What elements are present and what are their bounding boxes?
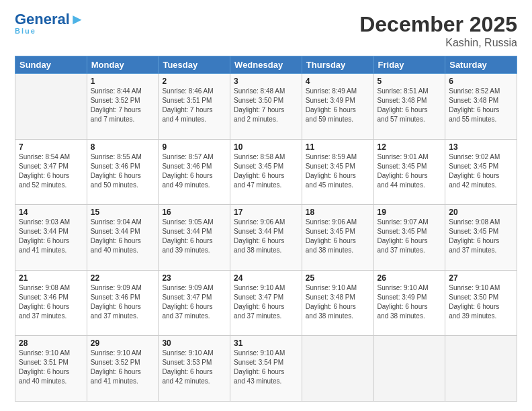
day-number: 2 bbox=[162, 77, 226, 86]
day-info: Sunrise: 8:52 AM Sunset: 3:48 PM Dayligh… bbox=[449, 87, 513, 124]
title-area: December 2025 Kashin, Russia bbox=[359, 12, 517, 49]
day-cell: 10Sunrise: 8:58 AM Sunset: 3:45 PM Dayli… bbox=[230, 139, 302, 205]
day-number: 16 bbox=[162, 208, 226, 217]
day-number: 30 bbox=[162, 338, 226, 348]
day-cell: 6Sunrise: 8:52 AM Sunset: 3:48 PM Daylig… bbox=[445, 74, 517, 140]
day-cell: 8Sunrise: 8:55 AM Sunset: 3:46 PM Daylig… bbox=[87, 139, 159, 205]
day-number: 1 bbox=[91, 77, 155, 86]
day-info: Sunrise: 9:06 AM Sunset: 3:45 PM Dayligh… bbox=[306, 218, 370, 255]
day-cell: 7Sunrise: 8:54 AM Sunset: 3:47 PM Daylig… bbox=[15, 139, 87, 205]
day-info: Sunrise: 9:08 AM Sunset: 3:45 PM Dayligh… bbox=[449, 218, 513, 255]
day-info: Sunrise: 9:05 AM Sunset: 3:44 PM Dayligh… bbox=[162, 218, 226, 255]
day-cell: 11Sunrise: 8:59 AM Sunset: 3:45 PM Dayli… bbox=[302, 139, 373, 205]
week-row-3: 14Sunrise: 9:03 AM Sunset: 3:44 PM Dayli… bbox=[15, 205, 517, 271]
day-cell: 30Sunrise: 9:10 AM Sunset: 3:53 PM Dayli… bbox=[159, 336, 230, 402]
day-info: Sunrise: 8:49 AM Sunset: 3:49 PM Dayligh… bbox=[306, 87, 370, 124]
day-info: Sunrise: 9:09 AM Sunset: 3:47 PM Dayligh… bbox=[162, 283, 226, 321]
day-cell: 27Sunrise: 9:10 AM Sunset: 3:50 PM Dayli… bbox=[445, 270, 517, 336]
day-cell: 28Sunrise: 9:10 AM Sunset: 3:51 PM Dayli… bbox=[15, 336, 87, 402]
day-number: 21 bbox=[19, 273, 83, 283]
day-cell: 3Sunrise: 8:48 AM Sunset: 3:50 PM Daylig… bbox=[230, 74, 302, 140]
logo-accent: ► bbox=[70, 11, 85, 28]
header-row: Sunday Monday Tuesday Wednesday Thursday… bbox=[15, 56, 517, 74]
day-info: Sunrise: 9:03 AM Sunset: 3:44 PM Dayligh… bbox=[19, 218, 83, 255]
day-info: Sunrise: 9:10 AM Sunset: 3:53 PM Dayligh… bbox=[162, 349, 226, 386]
calendar-table: Sunday Monday Tuesday Wednesday Thursday… bbox=[15, 56, 517, 402]
day-cell: 17Sunrise: 9:06 AM Sunset: 3:44 PM Dayli… bbox=[230, 205, 302, 271]
col-friday: Friday bbox=[373, 56, 445, 74]
day-number: 3 bbox=[234, 77, 298, 86]
week-row-2: 7Sunrise: 8:54 AM Sunset: 3:47 PM Daylig… bbox=[15, 139, 517, 205]
col-tuesday: Tuesday bbox=[159, 56, 230, 74]
day-cell: 12Sunrise: 9:01 AM Sunset: 3:45 PM Dayli… bbox=[373, 139, 445, 205]
day-info: Sunrise: 9:10 AM Sunset: 3:54 PM Dayligh… bbox=[234, 349, 298, 386]
day-number: 11 bbox=[306, 142, 370, 152]
day-info: Sunrise: 8:48 AM Sunset: 3:50 PM Dayligh… bbox=[234, 87, 298, 124]
day-cell: 22Sunrise: 9:09 AM Sunset: 3:46 PM Dayli… bbox=[87, 270, 159, 336]
day-info: Sunrise: 9:02 AM Sunset: 3:45 PM Dayligh… bbox=[449, 152, 513, 190]
week-row-1: 1Sunrise: 8:44 AM Sunset: 3:52 PM Daylig… bbox=[15, 74, 517, 140]
day-number: 10 bbox=[234, 142, 298, 152]
day-info: Sunrise: 8:46 AM Sunset: 3:51 PM Dayligh… bbox=[162, 87, 226, 124]
day-number: 17 bbox=[234, 208, 298, 217]
day-number: 19 bbox=[378, 208, 442, 217]
day-number: 26 bbox=[378, 273, 442, 283]
day-cell: 15Sunrise: 9:04 AM Sunset: 3:44 PM Dayli… bbox=[87, 205, 159, 271]
logo-main: General► bbox=[15, 12, 85, 27]
day-number: 6 bbox=[449, 77, 513, 86]
day-number: 28 bbox=[19, 338, 83, 348]
day-cell: 26Sunrise: 9:10 AM Sunset: 3:49 PM Dayli… bbox=[373, 270, 445, 336]
day-cell: 9Sunrise: 8:57 AM Sunset: 3:46 PM Daylig… bbox=[159, 139, 230, 205]
day-number: 22 bbox=[91, 273, 155, 283]
day-number: 20 bbox=[449, 208, 513, 217]
day-cell: 14Sunrise: 9:03 AM Sunset: 3:44 PM Dayli… bbox=[15, 205, 87, 271]
day-number: 24 bbox=[234, 273, 298, 283]
day-cell: 5Sunrise: 8:51 AM Sunset: 3:48 PM Daylig… bbox=[373, 74, 445, 140]
day-number: 31 bbox=[234, 338, 298, 348]
day-cell: 31Sunrise: 9:10 AM Sunset: 3:54 PM Dayli… bbox=[230, 336, 302, 402]
day-info: Sunrise: 8:51 AM Sunset: 3:48 PM Dayligh… bbox=[378, 87, 442, 124]
day-cell bbox=[15, 74, 87, 140]
day-cell: 1Sunrise: 8:44 AM Sunset: 3:52 PM Daylig… bbox=[87, 74, 159, 140]
week-row-4: 21Sunrise: 9:08 AM Sunset: 3:46 PM Dayli… bbox=[15, 270, 517, 336]
day-cell: 2Sunrise: 8:46 AM Sunset: 3:51 PM Daylig… bbox=[159, 74, 230, 140]
day-cell: 20Sunrise: 9:08 AM Sunset: 3:45 PM Dayli… bbox=[445, 205, 517, 271]
logo: General► Blue bbox=[15, 12, 85, 35]
day-cell bbox=[373, 336, 445, 402]
week-row-5: 28Sunrise: 9:10 AM Sunset: 3:51 PM Dayli… bbox=[15, 336, 517, 402]
day-info: Sunrise: 8:58 AM Sunset: 3:45 PM Dayligh… bbox=[234, 152, 298, 190]
header: General► Blue December 2025 Kashin, Russ… bbox=[15, 12, 517, 49]
day-cell: 13Sunrise: 9:02 AM Sunset: 3:45 PM Dayli… bbox=[445, 139, 517, 205]
day-number: 29 bbox=[91, 338, 155, 348]
day-info: Sunrise: 9:09 AM Sunset: 3:46 PM Dayligh… bbox=[91, 283, 155, 321]
day-cell: 24Sunrise: 9:10 AM Sunset: 3:47 PM Dayli… bbox=[230, 270, 302, 336]
calendar-subtitle: Kashin, Russia bbox=[359, 37, 517, 49]
day-number: 27 bbox=[449, 273, 513, 283]
day-info: Sunrise: 9:08 AM Sunset: 3:46 PM Dayligh… bbox=[19, 283, 83, 321]
day-number: 9 bbox=[162, 142, 226, 152]
day-number: 23 bbox=[162, 273, 226, 283]
day-info: Sunrise: 9:04 AM Sunset: 3:44 PM Dayligh… bbox=[91, 218, 155, 255]
day-info: Sunrise: 9:10 AM Sunset: 3:49 PM Dayligh… bbox=[378, 283, 442, 321]
day-number: 14 bbox=[19, 208, 83, 217]
day-cell: 19Sunrise: 9:07 AM Sunset: 3:45 PM Dayli… bbox=[373, 205, 445, 271]
day-info: Sunrise: 9:10 AM Sunset: 3:48 PM Dayligh… bbox=[306, 283, 370, 321]
col-saturday: Saturday bbox=[445, 56, 517, 74]
day-cell: 23Sunrise: 9:09 AM Sunset: 3:47 PM Dayli… bbox=[159, 270, 230, 336]
day-number: 7 bbox=[19, 142, 83, 152]
day-number: 18 bbox=[306, 208, 370, 217]
page: General► Blue December 2025 Kashin, Russ… bbox=[0, 0, 532, 411]
day-info: Sunrise: 9:10 AM Sunset: 3:50 PM Dayligh… bbox=[449, 283, 513, 321]
day-info: Sunrise: 9:10 AM Sunset: 3:52 PM Dayligh… bbox=[91, 349, 155, 386]
day-cell: 16Sunrise: 9:05 AM Sunset: 3:44 PM Dayli… bbox=[159, 205, 230, 271]
day-cell bbox=[302, 336, 373, 402]
day-info: Sunrise: 9:06 AM Sunset: 3:44 PM Dayligh… bbox=[234, 218, 298, 255]
day-number: 25 bbox=[306, 273, 370, 283]
day-info: Sunrise: 8:57 AM Sunset: 3:46 PM Dayligh… bbox=[162, 152, 226, 190]
logo-sub: Blue bbox=[15, 27, 36, 35]
day-info: Sunrise: 8:59 AM Sunset: 3:45 PM Dayligh… bbox=[306, 152, 370, 190]
day-number: 12 bbox=[378, 142, 442, 152]
day-info: Sunrise: 9:10 AM Sunset: 3:51 PM Dayligh… bbox=[19, 349, 83, 386]
day-cell: 29Sunrise: 9:10 AM Sunset: 3:52 PM Dayli… bbox=[87, 336, 159, 402]
day-cell: 4Sunrise: 8:49 AM Sunset: 3:49 PM Daylig… bbox=[302, 74, 373, 140]
